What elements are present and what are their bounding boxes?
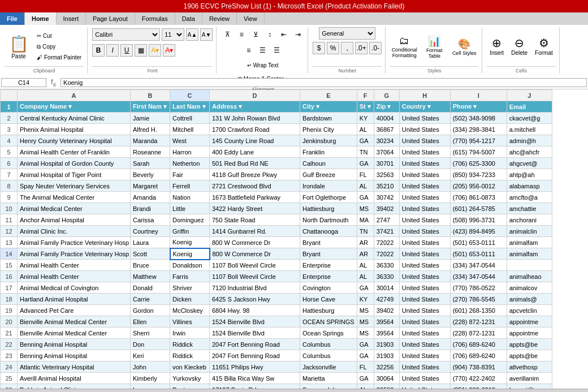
cell-r9-c3[interactable]: 1673 Battlefield Parkway xyxy=(210,192,300,203)
header-city[interactable]: City ▾ xyxy=(300,101,357,113)
cell-r16-c2[interactable]: Farris xyxy=(170,271,210,282)
cell-r9-c1[interactable]: Amanda xyxy=(131,192,170,203)
align-right-button[interactable]: ☰ xyxy=(271,44,283,57)
cell-r6-c4[interactable]: Calhoun xyxy=(300,158,357,169)
col-header-h[interactable]: H xyxy=(399,90,450,101)
cell-r25-c2[interactable]: Yurkovsky xyxy=(170,373,210,384)
cell-r18-c5[interactable]: KY xyxy=(357,294,374,305)
cell-r5-c9[interactable]: ahc@ahcfr xyxy=(507,147,552,158)
cell-r8-c9[interactable]: alabamasp xyxy=(507,180,552,192)
header-address[interactable]: Address ▾ xyxy=(210,101,300,113)
cell-r16-c3[interactable]: 1107 Boll Weevil Circle xyxy=(210,271,300,282)
cell-r24-c0[interactable]: Atlantic Veterinary Hospital xyxy=(18,361,131,373)
cell-r26-c3[interactable]: 17107 Davis Rd xyxy=(210,384,300,389)
cell-r25-c0[interactable]: Averill Animal Hospital xyxy=(18,373,131,384)
cell-r6-c6[interactable]: 30701 xyxy=(374,158,399,169)
font-size-select[interactable]: 11 xyxy=(162,28,184,41)
cell-r9-c0[interactable]: The Animal Medical Center xyxy=(18,192,131,203)
cell-r6-c8[interactable]: (706) 625-3300 xyxy=(450,158,507,169)
cell-r9-c4[interactable]: Fort Oglethorpe xyxy=(300,192,357,203)
increase-font-button[interactable]: A▲ xyxy=(186,28,198,41)
cell-r4-c4[interactable]: Jenkinsburg xyxy=(300,135,357,147)
percent-button[interactable]: % xyxy=(327,42,339,54)
cell-r5-c8[interactable]: (615) 794-5007 xyxy=(450,147,507,158)
cell-r16-c1[interactable]: Matthew xyxy=(131,271,170,282)
cell-r24-c2[interactable]: von Kieckeb xyxy=(170,361,210,373)
paste-button[interactable]: 📋 Paste xyxy=(5,31,33,62)
cell-r9-c9[interactable]: amcfto@a xyxy=(507,192,552,203)
cell-r6-c9[interactable]: ahgcvet@ xyxy=(507,158,552,169)
cell-r2-c4[interactable]: Bardstown xyxy=(300,113,357,124)
cell-r13-c2[interactable]: Koenig xyxy=(170,237,210,248)
cell-r14-c8[interactable]: (501) 653-0111 xyxy=(450,248,507,260)
cell-r15-c6[interactable]: 36330 xyxy=(374,260,399,271)
cell-r22-c7[interactable]: United States xyxy=(399,339,450,350)
cell-r16-c7[interactable]: United States xyxy=(399,271,450,282)
cell-r13-c5[interactable]: AR xyxy=(357,237,374,248)
cell-r26-c8[interactable]: (251) 989-6213 xyxy=(450,384,507,389)
cell-r17-c8[interactable]: (770) 786-0522 xyxy=(450,282,507,294)
cell-r17-c7[interactable]: United States xyxy=(399,282,450,294)
cell-r25-c7[interactable]: United States xyxy=(399,373,450,384)
cell-r7-c9[interactable]: ahtp@ah xyxy=(507,169,552,180)
cell-r9-c5[interactable]: GA xyxy=(357,192,374,203)
cell-r15-c3[interactable]: 1107 Boll Weevil Circle xyxy=(210,260,300,271)
cell-r10-c0[interactable]: Animal Medical Center xyxy=(18,203,131,214)
cell-r3-c2[interactable]: Mitchell xyxy=(170,124,210,135)
cell-r5-c7[interactable]: United States xyxy=(399,147,450,158)
cell-r22-c3[interactable]: 2047 Fort Benning Road xyxy=(210,339,300,350)
cell-r18-c8[interactable]: (270) 786-5545 xyxy=(450,294,507,305)
cell-r22-c0[interactable]: Benning Animal Hospital xyxy=(18,339,131,350)
cell-r4-c3[interactable]: 145 County Line Road xyxy=(210,135,300,147)
cell-r21-c1[interactable]: Sherri xyxy=(131,328,170,339)
cell-r20-c3[interactable]: 1524 Bienville Blvd xyxy=(210,316,300,328)
cell-r14-c1[interactable]: Scott xyxy=(131,248,170,260)
cell-r12-c4[interactable]: Chattanooga xyxy=(300,226,357,237)
cell-r13-c3[interactable]: 800 W Commerce Dr xyxy=(210,237,300,248)
cell-r20-c7[interactable]: United States xyxy=(399,316,450,328)
cell-r4-c9[interactable]: admin@h xyxy=(507,135,552,147)
cell-r24-c3[interactable]: 11651 Philips Hwy xyxy=(210,361,300,373)
cell-r8-c1[interactable]: Margaret xyxy=(131,180,170,192)
cell-r12-c0[interactable]: Animal Clinic Inc. xyxy=(18,226,131,237)
cell-r15-c1[interactable]: Bruce xyxy=(131,260,170,271)
cell-r11-c5[interactable]: MA xyxy=(357,214,374,226)
cell-r21-c2[interactable]: Irwin xyxy=(170,328,210,339)
cell-r20-c2[interactable]: Villines xyxy=(170,316,210,328)
col-header-b[interactable]: B xyxy=(131,90,170,101)
cell-r3-c0[interactable]: Phenix Animal Hospital xyxy=(18,124,131,135)
cell-r26-c7[interactable]: United States xyxy=(399,384,450,389)
cell-r12-c8[interactable]: (423) 894-8495 xyxy=(450,226,507,237)
col-header-c[interactable]: C xyxy=(170,90,210,101)
header-first[interactable]: First Nam ▾ xyxy=(131,101,170,113)
cell-r2-c0[interactable]: Central Kentucky Animal Clinic xyxy=(18,113,131,124)
cell-r21-c9[interactable]: appointme xyxy=(507,328,552,339)
cell-r5-c3[interactable]: 400 Eddy Lane xyxy=(210,147,300,158)
tab-insert[interactable]: Insert xyxy=(57,12,87,25)
cell-r16-c9[interactable]: animalheao xyxy=(507,271,552,282)
cell-r3-c6[interactable]: 36867 xyxy=(374,124,399,135)
indent-decrease-button[interactable]: ⇤ xyxy=(278,28,290,41)
cell-r2-c6[interactable]: 40004 xyxy=(374,113,399,124)
cell-r14-c6[interactable]: 72022 xyxy=(374,248,399,260)
cell-r2-c8[interactable]: (502) 348-9098 xyxy=(450,113,507,124)
cell-r4-c7[interactable]: United States xyxy=(399,135,450,147)
cell-r11-c2[interactable]: Dominguez xyxy=(170,214,210,226)
cell-r12-c1[interactable]: Courtney xyxy=(131,226,170,237)
cell-r11-c6[interactable]: 2747 xyxy=(374,214,399,226)
cell-r11-c9[interactable]: anchorani xyxy=(507,214,552,226)
cell-r18-c6[interactable]: 42749 xyxy=(374,294,399,305)
header-email[interactable]: Email xyxy=(507,101,552,113)
conditional-formatting-button[interactable]: 🗂 Conditional Formatting xyxy=(390,31,418,62)
format-painter-button[interactable]: 🖌 Format Painter xyxy=(34,53,84,63)
cell-r18-c9[interactable]: animals@ xyxy=(507,294,552,305)
cell-r26-c0[interactable]: Baldwin Animal Clinic xyxy=(18,384,131,389)
header-zip[interactable]: Zip ▾ xyxy=(374,101,399,113)
cell-r14-c9[interactable]: animalfam xyxy=(507,248,552,260)
cell-r20-c8[interactable]: (228) 872-1231 xyxy=(450,316,507,328)
cell-r10-c4[interactable]: Hattiesburg xyxy=(300,203,357,214)
cell-r26-c9[interactable]: bacvet@g xyxy=(507,384,552,389)
cell-r16-c8[interactable]: (334) 347-0544 xyxy=(450,271,507,282)
cell-r20-c9[interactable]: appointme xyxy=(507,316,552,328)
cell-r8-c3[interactable]: 2721 Crestwood Blvd xyxy=(210,180,300,192)
